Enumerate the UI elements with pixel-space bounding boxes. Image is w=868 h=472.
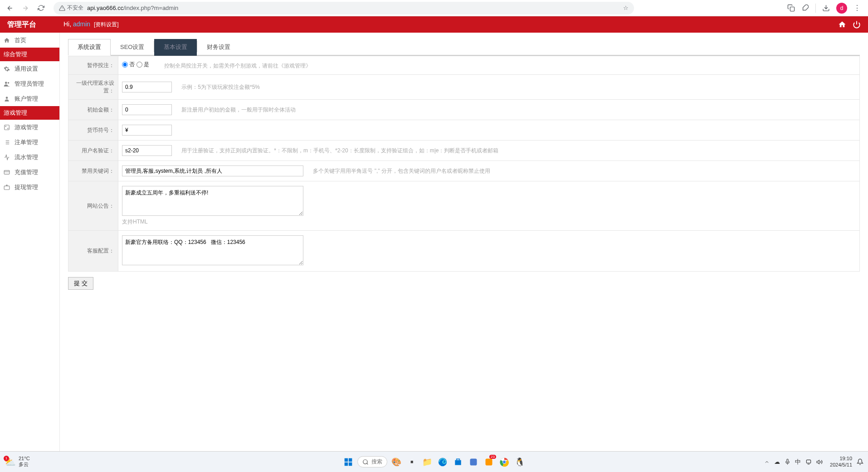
sidebar-item-label: 首页: [15, 36, 26, 44]
sidebar-item-label: 通用设置: [15, 65, 38, 73]
forward-button[interactable]: [19, 2, 32, 15]
sidebar-section-general: 综合管理: [0, 48, 59, 61]
currency-label: 货币符号：: [68, 120, 118, 141]
profile-avatar[interactable]: d: [836, 3, 847, 14]
sidebar-item-label: 管理员管理: [15, 80, 44, 88]
tab-finance-settings[interactable]: 财务设置: [197, 39, 240, 56]
sidebar-item-bet-mgmt[interactable]: 注单管理: [0, 135, 59, 150]
back-button[interactable]: [4, 2, 16, 15]
settings-form: 暂停投注： 否 是 控制全局投注开关，如需关停个别游戏，请前往《游戏管理》 一级…: [68, 56, 860, 272]
person-icon: [4, 96, 11, 102]
list-icon: [4, 139, 11, 146]
flow-icon: [4, 154, 11, 161]
sidebar-item-label: 游戏管理: [15, 123, 38, 131]
gear-icon: [4, 66, 11, 72]
user-icon: [4, 81, 11, 87]
svg-rect-4: [5, 125, 10, 130]
svg-point-2: [8, 82, 10, 83]
sidebar-item-label: 充值管理: [15, 168, 38, 176]
tab-system-settings[interactable]: 系统设置: [68, 39, 111, 56]
download-icon[interactable]: [822, 4, 830, 12]
sidebar-item-general-settings[interactable]: 通用设置: [0, 61, 59, 76]
initial-input[interactable]: [122, 104, 172, 115]
notice-hint: 支持HTML: [122, 218, 856, 226]
app-header: 管理平台 Hi, admin [资料设置]: [0, 16, 868, 33]
sidebar-item-label: 注单管理: [15, 138, 38, 146]
rebate-hint: 示例：5为下级玩家投注金额*5%: [181, 84, 260, 90]
sidebar-item-admin-mgmt[interactable]: 管理员管理: [0, 76, 59, 91]
username-label: 用户名验证：: [68, 141, 118, 161]
pause-label: 暂停投注：: [68, 56, 118, 75]
initial-label: 初始金额：: [68, 100, 118, 120]
content-area: 系统设置 SEO设置 基本设置 财务设置 暂停投注： 否 是 控制全局投注开关，…: [60, 33, 868, 451]
sidebar-item-game-mgmt[interactable]: 游戏管理: [0, 120, 59, 135]
sidebar-item-recharge-mgmt[interactable]: 充值管理: [0, 165, 59, 180]
address-bar[interactable]: 不安全 api.yao666.cc/index.php?m=admin ☆: [54, 2, 634, 15]
reload-button[interactable]: [34, 2, 47, 15]
pause-radio-group: 否 是: [122, 61, 149, 68]
username-hint: 用于注册验证，支持正则或内置验证。*：不限制，m：手机号、*2-20：长度限制，…: [181, 147, 498, 154]
rebate-input[interactable]: [122, 82, 172, 92]
svg-point-3: [6, 97, 8, 99]
pause-radio-yes[interactable]: 是: [137, 61, 149, 68]
star-icon[interactable]: ☆: [623, 5, 629, 11]
banned-keywords-input[interactable]: [122, 165, 303, 176]
currency-input[interactable]: [122, 125, 172, 136]
sidebar-item-account-mgmt[interactable]: 账户管理: [0, 91, 59, 106]
sidebar-item-home[interactable]: 首页: [0, 33, 59, 48]
browser-toolbar: 不安全 api.yao666.cc/index.php?m=admin ☆ d …: [0, 0, 868, 16]
svg-point-6: [8, 128, 8, 128]
rebate-label: 一级代理返水设置：: [68, 75, 118, 100]
svg-rect-13: [4, 170, 10, 174]
menu-icon[interactable]: ⋮: [853, 4, 861, 12]
banned-label: 禁用关键词：: [68, 161, 118, 181]
initial-hint: 新注册用户初始的金额，一般用于限时全体活动: [181, 107, 296, 113]
svg-rect-0: [790, 7, 794, 11]
sidebar-item-flow-mgmt[interactable]: 流水管理: [0, 150, 59, 165]
sidebar-item-label: 账户管理: [15, 95, 38, 103]
submit-button[interactable]: 提 交: [68, 277, 93, 290]
banned-hint: 多个关键字用用半角逗号 "," 分开，包含关键词的用户名或者昵称禁止使用: [313, 168, 490, 174]
app-title: 管理平台: [7, 20, 36, 29]
notice-textarea[interactable]: [122, 186, 303, 216]
insecure-label: 不安全: [67, 4, 83, 12]
power-icon[interactable]: [853, 20, 861, 29]
dice-icon: [4, 124, 11, 131]
sidebar-item-withdraw-mgmt[interactable]: 提现管理: [0, 180, 59, 195]
home-icon: [4, 37, 11, 44]
svg-point-5: [5, 126, 6, 127]
greeting: Hi, admin [资料设置]: [63, 20, 119, 29]
withdraw-icon: [4, 184, 11, 190]
service-label: 客服配置：: [68, 231, 118, 272]
service-textarea[interactable]: [122, 235, 303, 265]
card-icon: [4, 169, 11, 175]
insecure-warning-icon: 不安全: [59, 4, 83, 12]
url-text: api.yao666.cc/index.php?m=admin: [87, 5, 178, 11]
copy-icon[interactable]: [787, 4, 795, 12]
extensions-icon[interactable]: [801, 4, 809, 12]
tab-basic-settings[interactable]: 基本设置: [154, 39, 197, 56]
sidebar-item-label: 提现管理: [15, 183, 38, 191]
sidebar-section-game: 游戏管理: [0, 106, 59, 120]
svg-point-1: [5, 82, 7, 84]
pause-hint: 控制全局投注开关，如需关停个别游戏，请前往《游戏管理》: [164, 63, 311, 69]
tab-seo-settings[interactable]: SEO设置: [111, 39, 154, 56]
pause-radio-no[interactable]: 否: [122, 61, 135, 68]
home-icon[interactable]: [838, 20, 846, 29]
svg-rect-15: [4, 186, 10, 190]
sidebar-item-label: 流水管理: [15, 153, 38, 161]
sidebar: 首页 综合管理 通用设置 管理员管理 账户管理 游戏管理: [0, 33, 60, 451]
username-validation-input[interactable]: [122, 145, 172, 156]
tab-bar: 系统设置 SEO设置 基本设置 财务设置: [68, 38, 860, 56]
notice-label: 网站公告：: [68, 181, 118, 231]
